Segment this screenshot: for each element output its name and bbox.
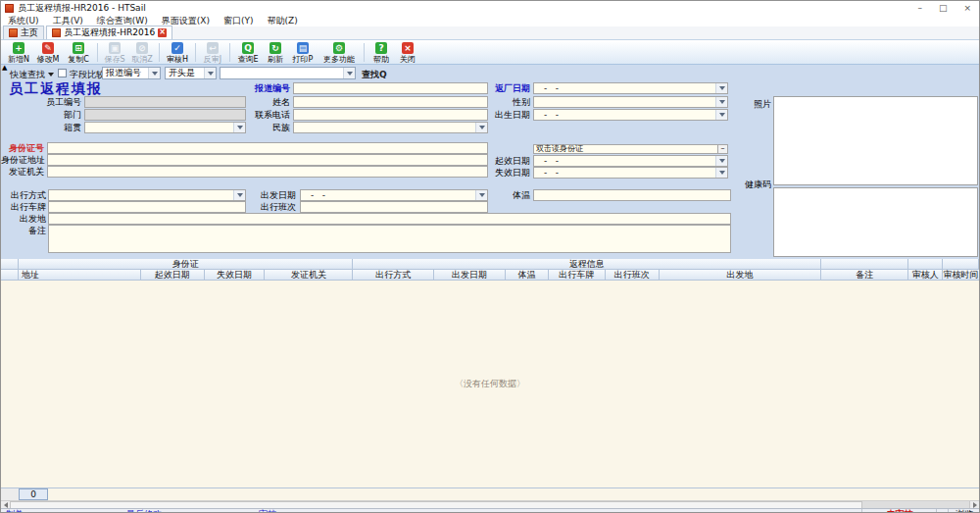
tab-close-icon[interactable]: ×: [158, 28, 167, 37]
column-header-issuer[interactable]: 发证机关: [265, 270, 353, 281]
audit-label: 审核:: [259, 509, 279, 512]
travel-mode-select[interactable]: [48, 189, 246, 201]
main-content: ▲ 快速查找 字段比较 报道编号 开头是 查找Q 员工返程填报 报道编号 返厂日…: [1, 65, 979, 512]
birth-date-picker[interactable]: - -: [533, 109, 728, 121]
column-header-shift[interactable]: 出行班次: [606, 270, 660, 281]
remark-textarea[interactable]: [48, 225, 731, 253]
column-header-valid-from[interactable]: 起效日期: [141, 270, 205, 281]
menu-item-help[interactable]: 帮助(Z): [260, 15, 304, 27]
copy-icon: ⊞: [73, 42, 84, 54]
id-no-label: 身份证号: [1, 142, 44, 154]
add-button[interactable]: + 新增N: [4, 41, 33, 64]
remark-label: 备注: [1, 225, 46, 236]
phone-label: 联系电话: [207, 109, 290, 121]
tab-home[interactable]: 主页: [3, 26, 44, 39]
minus-icon[interactable]: –: [717, 145, 727, 153]
mode-indicator: 浏览: [948, 509, 979, 512]
print-button[interactable]: ▤ 打印P: [288, 41, 318, 64]
copy-button[interactable]: ⊞ 复制C: [63, 41, 94, 64]
more-functions-button[interactable]: ⚙ 更多功能: [318, 41, 361, 64]
status-bar: 制单: 最后修改: 审核: 未审核 浏览: [1, 508, 979, 512]
grid-column-header-row: 地址 起效日期 失效日期 发证机关 出行方式 出发日期 体温 出行车牌 出行班次…: [1, 270, 979, 281]
unaudit-button: ↩ 反审J: [199, 41, 226, 64]
id-address-input[interactable]: [47, 154, 488, 166]
modify-button[interactable]: ✎ 修改M: [33, 41, 63, 64]
valid-from-picker[interactable]: - -: [533, 155, 728, 167]
no-data-text: 〈没有任何数据〉: [455, 378, 525, 390]
help-button[interactable]: ? 帮助: [368, 41, 395, 64]
photo-box[interactable]: [773, 96, 978, 185]
search-value-select[interactable]: [220, 67, 356, 79]
group-header-empty: [943, 259, 979, 270]
column-header-origin[interactable]: 出发地: [660, 270, 822, 281]
menu-item-window[interactable]: 窗口(Y): [217, 15, 261, 27]
chevron-down-icon: [148, 68, 160, 78]
column-header-remark[interactable]: 备注: [821, 270, 908, 281]
gender-select[interactable]: [533, 96, 728, 108]
plus-icon: +: [13, 42, 24, 54]
tab-return-form[interactable]: 员工返程填报-HR2016 ×: [46, 26, 172, 39]
birth-date-label: 出生日期: [432, 109, 530, 121]
column-header-valid-to[interactable]: 失效日期: [205, 270, 266, 281]
group-header-return-info: 返程信息: [353, 259, 821, 270]
cancel-icon: ⊘: [136, 42, 148, 54]
chevron-down-icon: [715, 156, 727, 166]
maker-label: 制单:: [6, 509, 26, 512]
return-date-picker[interactable]: - -: [533, 82, 728, 94]
grid-group-header-row: 身份证 返程信息: [1, 259, 979, 270]
search-operator-select[interactable]: 开头是: [165, 67, 217, 79]
chevron-down-icon: [343, 68, 355, 78]
valid-to-label: 失效日期: [432, 167, 530, 179]
column-header-depart-date[interactable]: 出发日期: [434, 270, 506, 281]
plate-input[interactable]: [48, 201, 246, 213]
data-grid: 身份证 返程信息 地址 起效日期 失效日期 发证机关 出行方式 出发日期 体温 …: [1, 259, 979, 281]
tab-app-icon: [9, 28, 18, 37]
field-compare-checkbox[interactable]: [58, 69, 67, 77]
maximize-button[interactable]: □: [939, 1, 948, 15]
horizontal-scrollbar[interactable]: [1, 500, 979, 508]
read-id-card-button[interactable]: 双击读身份证 –: [533, 144, 728, 154]
close-icon: ×: [402, 42, 414, 54]
valid-to-picker[interactable]: - -: [533, 167, 728, 179]
plate-label: 出行车牌: [1, 201, 46, 213]
save-icon: ▣: [109, 42, 121, 54]
toolbar-separator: [195, 43, 196, 62]
close-page-button[interactable]: × 关闭: [395, 41, 420, 64]
id-issuer-input[interactable]: [47, 166, 488, 178]
column-header-address[interactable]: 地址: [19, 270, 141, 281]
id-no-input[interactable]: [47, 142, 488, 154]
emp-no-label: 员工编号: [1, 96, 81, 108]
shift-input[interactable]: [300, 201, 488, 213]
temperature-input[interactable]: [533, 189, 731, 201]
column-header-temperature[interactable]: 体温: [506, 270, 549, 281]
toolbar-separator: [97, 43, 98, 62]
tab-bar: 主页 员工返程填报-HR2016 ×: [1, 26, 979, 40]
audit-button[interactable]: ✓ 审核H: [163, 41, 192, 64]
column-header-travel-mode[interactable]: 出行方式: [353, 270, 434, 281]
valid-from-label: 起效日期: [432, 155, 530, 167]
column-header-auditor[interactable]: 审核人: [908, 270, 943, 281]
chevron-down-icon: [475, 123, 487, 132]
return-date-label: 返厂日期: [432, 82, 530, 94]
query-button[interactable]: Q 查询E: [233, 41, 263, 64]
ethnic-select[interactable]: [293, 122, 488, 133]
search-field-select[interactable]: 报道编号: [102, 67, 161, 79]
column-header-audit-time[interactable]: 审核时间: [943, 270, 979, 281]
row-indicator-header: [1, 270, 19, 281]
chevron-down-icon: [204, 68, 216, 78]
collapse-panel-icon[interactable]: ▲: [2, 65, 7, 72]
photo-label: 照片: [732, 98, 771, 110]
minimize-button[interactable]: –: [917, 1, 922, 15]
depart-date-label: 出发日期: [226, 189, 296, 201]
app-icon: [5, 4, 14, 13]
chevron-down-icon: [715, 97, 727, 107]
health-code-box[interactable]: [773, 187, 978, 257]
refresh-button[interactable]: ↻ 刷新: [263, 41, 288, 64]
origin-input[interactable]: [48, 213, 731, 225]
chevron-down-icon[interactable]: [48, 73, 54, 77]
search-button[interactable]: 查找Q: [362, 69, 387, 81]
close-button[interactable]: ×: [963, 1, 971, 15]
report-no-label: 报道编号: [207, 82, 290, 94]
column-header-plate[interactable]: 出行车牌: [549, 270, 606, 281]
window-title: 员工返程填报-HR2016 - HTSail: [18, 2, 146, 15]
